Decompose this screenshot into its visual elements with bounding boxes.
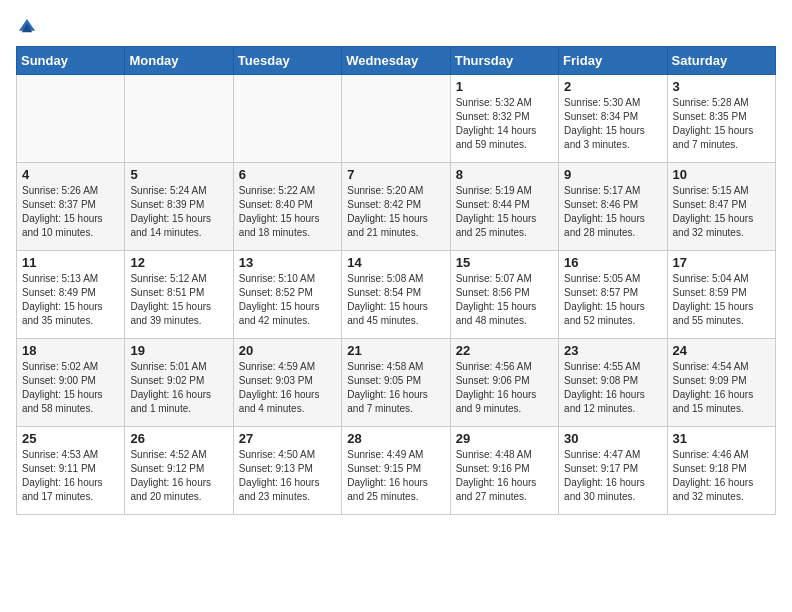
day-number: 2 — [564, 79, 661, 94]
calendar-cell: 16Sunrise: 5:05 AMSunset: 8:57 PMDayligh… — [559, 251, 667, 339]
column-header-sunday: Sunday — [17, 47, 125, 75]
day-number: 16 — [564, 255, 661, 270]
day-info: Sunrise: 5:22 AMSunset: 8:40 PMDaylight:… — [239, 184, 336, 240]
column-header-tuesday: Tuesday — [233, 47, 341, 75]
day-number: 28 — [347, 431, 444, 446]
calendar-cell: 28Sunrise: 4:49 AMSunset: 9:15 PMDayligh… — [342, 427, 450, 515]
day-info: Sunrise: 4:50 AMSunset: 9:13 PMDaylight:… — [239, 448, 336, 504]
day-info: Sunrise: 4:52 AMSunset: 9:12 PMDaylight:… — [130, 448, 227, 504]
logo-icon — [16, 16, 38, 38]
day-number: 30 — [564, 431, 661, 446]
calendar-cell: 13Sunrise: 5:10 AMSunset: 8:52 PMDayligh… — [233, 251, 341, 339]
day-info: Sunrise: 5:17 AMSunset: 8:46 PMDaylight:… — [564, 184, 661, 240]
day-number: 27 — [239, 431, 336, 446]
day-info: Sunrise: 4:54 AMSunset: 9:09 PMDaylight:… — [673, 360, 770, 416]
day-info: Sunrise: 5:32 AMSunset: 8:32 PMDaylight:… — [456, 96, 553, 152]
day-number: 20 — [239, 343, 336, 358]
day-info: Sunrise: 4:49 AMSunset: 9:15 PMDaylight:… — [347, 448, 444, 504]
calendar-cell: 19Sunrise: 5:01 AMSunset: 9:02 PMDayligh… — [125, 339, 233, 427]
calendar-cell — [125, 75, 233, 163]
calendar-cell: 7Sunrise: 5:20 AMSunset: 8:42 PMDaylight… — [342, 163, 450, 251]
calendar-cell: 29Sunrise: 4:48 AMSunset: 9:16 PMDayligh… — [450, 427, 558, 515]
calendar-cell: 20Sunrise: 4:59 AMSunset: 9:03 PMDayligh… — [233, 339, 341, 427]
calendar-cell: 24Sunrise: 4:54 AMSunset: 9:09 PMDayligh… — [667, 339, 775, 427]
calendar-cell: 11Sunrise: 5:13 AMSunset: 8:49 PMDayligh… — [17, 251, 125, 339]
day-number: 19 — [130, 343, 227, 358]
page-header — [16, 16, 776, 38]
day-info: Sunrise: 5:12 AMSunset: 8:51 PMDaylight:… — [130, 272, 227, 328]
calendar-cell: 6Sunrise: 5:22 AMSunset: 8:40 PMDaylight… — [233, 163, 341, 251]
day-number: 11 — [22, 255, 119, 270]
calendar-cell: 8Sunrise: 5:19 AMSunset: 8:44 PMDaylight… — [450, 163, 558, 251]
calendar-cell: 12Sunrise: 5:12 AMSunset: 8:51 PMDayligh… — [125, 251, 233, 339]
calendar-cell: 23Sunrise: 4:55 AMSunset: 9:08 PMDayligh… — [559, 339, 667, 427]
day-info: Sunrise: 5:08 AMSunset: 8:54 PMDaylight:… — [347, 272, 444, 328]
day-number: 12 — [130, 255, 227, 270]
calendar-week-1: 1Sunrise: 5:32 AMSunset: 8:32 PMDaylight… — [17, 75, 776, 163]
calendar-week-2: 4Sunrise: 5:26 AMSunset: 8:37 PMDaylight… — [17, 163, 776, 251]
calendar-cell: 14Sunrise: 5:08 AMSunset: 8:54 PMDayligh… — [342, 251, 450, 339]
calendar-cell: 22Sunrise: 4:56 AMSunset: 9:06 PMDayligh… — [450, 339, 558, 427]
day-number: 22 — [456, 343, 553, 358]
day-number: 3 — [673, 79, 770, 94]
day-number: 31 — [673, 431, 770, 446]
calendar-cell: 17Sunrise: 5:04 AMSunset: 8:59 PMDayligh… — [667, 251, 775, 339]
day-number: 25 — [22, 431, 119, 446]
calendar-cell: 15Sunrise: 5:07 AMSunset: 8:56 PMDayligh… — [450, 251, 558, 339]
day-number: 24 — [673, 343, 770, 358]
day-info: Sunrise: 4:48 AMSunset: 9:16 PMDaylight:… — [456, 448, 553, 504]
day-info: Sunrise: 5:10 AMSunset: 8:52 PMDaylight:… — [239, 272, 336, 328]
day-number: 4 — [22, 167, 119, 182]
calendar-cell: 10Sunrise: 5:15 AMSunset: 8:47 PMDayligh… — [667, 163, 775, 251]
day-number: 10 — [673, 167, 770, 182]
calendar-header: SundayMondayTuesdayWednesdayThursdayFrid… — [17, 47, 776, 75]
calendar-body: 1Sunrise: 5:32 AMSunset: 8:32 PMDaylight… — [17, 75, 776, 515]
calendar-week-4: 18Sunrise: 5:02 AMSunset: 9:00 PMDayligh… — [17, 339, 776, 427]
day-number: 21 — [347, 343, 444, 358]
calendar-cell: 18Sunrise: 5:02 AMSunset: 9:00 PMDayligh… — [17, 339, 125, 427]
calendar-cell: 5Sunrise: 5:24 AMSunset: 8:39 PMDaylight… — [125, 163, 233, 251]
day-info: Sunrise: 5:05 AMSunset: 8:57 PMDaylight:… — [564, 272, 661, 328]
day-info: Sunrise: 5:19 AMSunset: 8:44 PMDaylight:… — [456, 184, 553, 240]
calendar-cell: 25Sunrise: 4:53 AMSunset: 9:11 PMDayligh… — [17, 427, 125, 515]
day-number: 13 — [239, 255, 336, 270]
day-info: Sunrise: 4:46 AMSunset: 9:18 PMDaylight:… — [673, 448, 770, 504]
calendar-table: SundayMondayTuesdayWednesdayThursdayFrid… — [16, 46, 776, 515]
calendar-cell: 30Sunrise: 4:47 AMSunset: 9:17 PMDayligh… — [559, 427, 667, 515]
day-info: Sunrise: 5:26 AMSunset: 8:37 PMDaylight:… — [22, 184, 119, 240]
day-number: 5 — [130, 167, 227, 182]
calendar-cell: 27Sunrise: 4:50 AMSunset: 9:13 PMDayligh… — [233, 427, 341, 515]
day-info: Sunrise: 5:30 AMSunset: 8:34 PMDaylight:… — [564, 96, 661, 152]
calendar-cell — [233, 75, 341, 163]
day-info: Sunrise: 5:20 AMSunset: 8:42 PMDaylight:… — [347, 184, 444, 240]
logo — [16, 16, 42, 38]
calendar-cell: 2Sunrise: 5:30 AMSunset: 8:34 PMDaylight… — [559, 75, 667, 163]
day-number: 6 — [239, 167, 336, 182]
day-info: Sunrise: 4:47 AMSunset: 9:17 PMDaylight:… — [564, 448, 661, 504]
column-header-monday: Monday — [125, 47, 233, 75]
day-number: 23 — [564, 343, 661, 358]
calendar-week-5: 25Sunrise: 4:53 AMSunset: 9:11 PMDayligh… — [17, 427, 776, 515]
column-header-friday: Friday — [559, 47, 667, 75]
calendar-cell: 4Sunrise: 5:26 AMSunset: 8:37 PMDaylight… — [17, 163, 125, 251]
day-number: 18 — [22, 343, 119, 358]
day-info: Sunrise: 5:24 AMSunset: 8:39 PMDaylight:… — [130, 184, 227, 240]
column-header-saturday: Saturday — [667, 47, 775, 75]
day-info: Sunrise: 4:53 AMSunset: 9:11 PMDaylight:… — [22, 448, 119, 504]
day-info: Sunrise: 4:56 AMSunset: 9:06 PMDaylight:… — [456, 360, 553, 416]
calendar-cell — [17, 75, 125, 163]
calendar-cell: 1Sunrise: 5:32 AMSunset: 8:32 PMDaylight… — [450, 75, 558, 163]
day-info: Sunrise: 4:55 AMSunset: 9:08 PMDaylight:… — [564, 360, 661, 416]
day-number: 15 — [456, 255, 553, 270]
calendar-cell: 21Sunrise: 4:58 AMSunset: 9:05 PMDayligh… — [342, 339, 450, 427]
day-number: 17 — [673, 255, 770, 270]
day-info: Sunrise: 5:01 AMSunset: 9:02 PMDaylight:… — [130, 360, 227, 416]
day-info: Sunrise: 4:59 AMSunset: 9:03 PMDaylight:… — [239, 360, 336, 416]
day-info: Sunrise: 5:28 AMSunset: 8:35 PMDaylight:… — [673, 96, 770, 152]
day-number: 14 — [347, 255, 444, 270]
day-info: Sunrise: 5:15 AMSunset: 8:47 PMDaylight:… — [673, 184, 770, 240]
day-number: 26 — [130, 431, 227, 446]
day-info: Sunrise: 4:58 AMSunset: 9:05 PMDaylight:… — [347, 360, 444, 416]
header-row: SundayMondayTuesdayWednesdayThursdayFrid… — [17, 47, 776, 75]
day-number: 1 — [456, 79, 553, 94]
